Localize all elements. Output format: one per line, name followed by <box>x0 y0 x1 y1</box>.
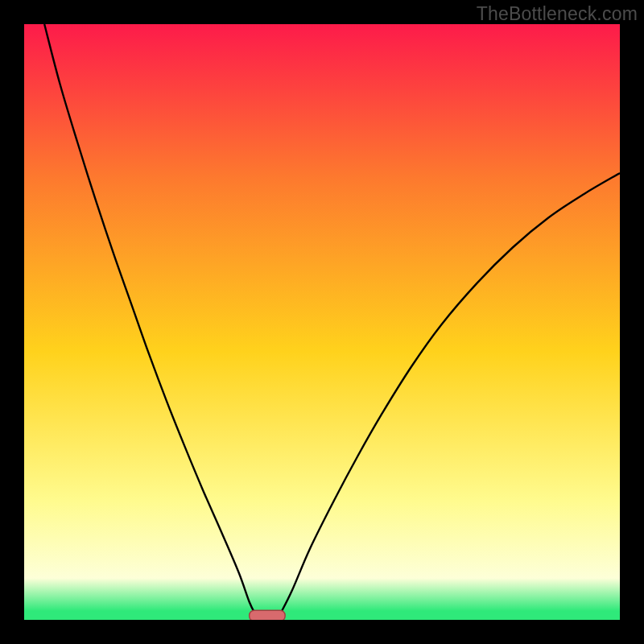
bottleneck-marker <box>250 610 285 620</box>
chart-svg <box>24 24 620 620</box>
gradient-background <box>24 24 620 620</box>
chart-frame: TheBottleneck.com <box>0 0 644 644</box>
watermark-text: TheBottleneck.com <box>477 3 638 25</box>
plot-area <box>24 24 620 620</box>
